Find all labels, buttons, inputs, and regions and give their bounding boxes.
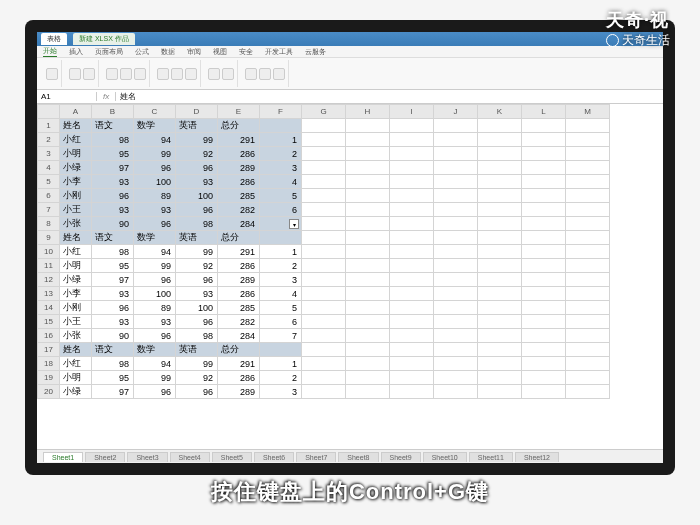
cell[interactable]: 97 bbox=[92, 385, 134, 399]
cell[interactable]: 语文 bbox=[92, 231, 134, 245]
cell[interactable] bbox=[522, 175, 566, 189]
row-header[interactable]: 3 bbox=[38, 147, 60, 161]
cell[interactable]: 100 bbox=[176, 301, 218, 315]
cell[interactable] bbox=[566, 189, 610, 203]
cell[interactable]: 英语 bbox=[176, 231, 218, 245]
row-header[interactable]: 20 bbox=[38, 385, 60, 399]
row-header[interactable]: 11 bbox=[38, 259, 60, 273]
cell[interactable]: 语文 bbox=[92, 343, 134, 357]
cell[interactable] bbox=[302, 301, 346, 315]
cell[interactable] bbox=[478, 315, 522, 329]
cell[interactable]: 96 bbox=[92, 189, 134, 203]
row-header[interactable]: 10 bbox=[38, 245, 60, 259]
cell[interactable]: 286 bbox=[218, 371, 260, 385]
cell[interactable] bbox=[346, 175, 390, 189]
cell[interactable] bbox=[302, 315, 346, 329]
cell[interactable] bbox=[346, 371, 390, 385]
bold-button[interactable] bbox=[106, 68, 118, 80]
cell[interactable] bbox=[478, 161, 522, 175]
row-header[interactable]: 2 bbox=[38, 133, 60, 147]
cell[interactable]: 89 bbox=[134, 301, 176, 315]
cell[interactable] bbox=[566, 133, 610, 147]
italic-button[interactable] bbox=[120, 68, 132, 80]
cell[interactable]: 数学 bbox=[134, 231, 176, 245]
cell[interactable] bbox=[390, 371, 434, 385]
cell[interactable]: 95 bbox=[92, 259, 134, 273]
cell[interactable]: 100 bbox=[134, 175, 176, 189]
cell[interactable]: 4 bbox=[260, 175, 302, 189]
cell[interactable] bbox=[478, 273, 522, 287]
cell[interactable] bbox=[390, 175, 434, 189]
cell[interactable]: 4 bbox=[260, 287, 302, 301]
cell[interactable]: 97 bbox=[92, 161, 134, 175]
sheet-tab[interactable]: Sheet1 bbox=[43, 452, 83, 462]
row-header[interactable]: 15 bbox=[38, 315, 60, 329]
cell[interactable]: 93 bbox=[134, 203, 176, 217]
cell[interactable] bbox=[434, 175, 478, 189]
cell[interactable] bbox=[346, 161, 390, 175]
cell[interactable]: 93 bbox=[92, 203, 134, 217]
cell[interactable]: 姓名 bbox=[60, 231, 92, 245]
cell[interactable]: 89 bbox=[134, 189, 176, 203]
row-header[interactable]: 7 bbox=[38, 203, 60, 217]
cell[interactable] bbox=[346, 217, 390, 231]
cell[interactable] bbox=[566, 175, 610, 189]
cell[interactable] bbox=[302, 385, 346, 399]
cell[interactable] bbox=[522, 329, 566, 343]
sheet-tab[interactable]: Sheet11 bbox=[469, 452, 513, 462]
cell[interactable]: 291 bbox=[218, 133, 260, 147]
cell[interactable] bbox=[522, 371, 566, 385]
cell[interactable] bbox=[478, 245, 522, 259]
cell[interactable] bbox=[566, 301, 610, 315]
cell[interactable]: 2 bbox=[260, 371, 302, 385]
cell[interactable] bbox=[522, 119, 566, 133]
cell[interactable]: 98 bbox=[176, 329, 218, 343]
cell[interactable]: 289 bbox=[218, 385, 260, 399]
spreadsheet-grid[interactable]: ABCDEFGHIJKLM1姓名语文数学英语总分2小红98949929113小明… bbox=[37, 104, 663, 449]
row-header[interactable]: 17 bbox=[38, 343, 60, 357]
cell[interactable]: 96 bbox=[134, 329, 176, 343]
ribbon-tab[interactable]: 视图 bbox=[213, 47, 227, 57]
cell[interactable]: 92 bbox=[176, 371, 218, 385]
cell[interactable]: 90 bbox=[92, 329, 134, 343]
file-tab[interactable]: 表格 bbox=[41, 33, 67, 45]
cell[interactable] bbox=[478, 119, 522, 133]
row-header[interactable]: 12 bbox=[38, 273, 60, 287]
cell[interactable]: 96 bbox=[134, 385, 176, 399]
cell[interactable]: 小张 bbox=[60, 217, 92, 231]
cell[interactable] bbox=[302, 329, 346, 343]
cell[interactable]: 92 bbox=[176, 259, 218, 273]
cell[interactable] bbox=[434, 315, 478, 329]
cut-button[interactable] bbox=[69, 68, 81, 80]
cell[interactable] bbox=[566, 217, 610, 231]
cell[interactable]: 小刚 bbox=[60, 301, 92, 315]
cell[interactable]: 96 bbox=[92, 301, 134, 315]
cell[interactable]: 98 bbox=[92, 357, 134, 371]
cell[interactable] bbox=[434, 371, 478, 385]
cell[interactable]: 94 bbox=[134, 245, 176, 259]
cell[interactable]: 小李 bbox=[60, 175, 92, 189]
cell[interactable] bbox=[566, 147, 610, 161]
column-header[interactable]: K bbox=[478, 105, 522, 119]
cell[interactable] bbox=[522, 315, 566, 329]
cell[interactable] bbox=[390, 119, 434, 133]
cell[interactable] bbox=[346, 259, 390, 273]
cell[interactable] bbox=[478, 217, 522, 231]
cell[interactable]: 96 bbox=[176, 273, 218, 287]
cell[interactable] bbox=[522, 287, 566, 301]
underline-button[interactable] bbox=[134, 68, 146, 80]
ribbon-tab[interactable]: 审阅 bbox=[187, 47, 201, 57]
cell[interactable]: 286 bbox=[218, 259, 260, 273]
cell[interactable] bbox=[302, 231, 346, 245]
cell[interactable] bbox=[302, 343, 346, 357]
cell[interactable] bbox=[566, 161, 610, 175]
cell[interactable]: 93 bbox=[92, 287, 134, 301]
cell[interactable] bbox=[566, 287, 610, 301]
ribbon-tab[interactable]: 开发工具 bbox=[265, 47, 293, 57]
cell[interactable] bbox=[434, 203, 478, 217]
filter-button[interactable] bbox=[273, 68, 285, 80]
cell[interactable] bbox=[346, 203, 390, 217]
cell[interactable]: 6 bbox=[260, 203, 302, 217]
cell[interactable] bbox=[302, 273, 346, 287]
merge-button[interactable] bbox=[208, 68, 220, 80]
